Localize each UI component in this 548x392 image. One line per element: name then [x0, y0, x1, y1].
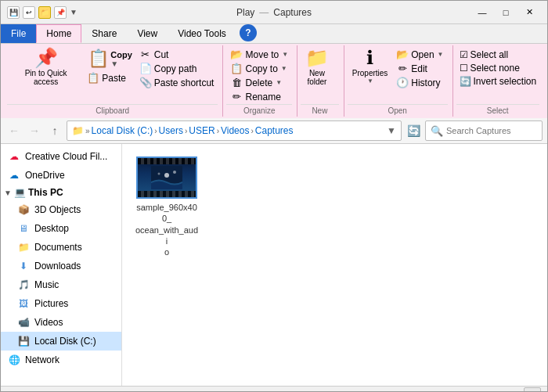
copy-path-label: Copy path: [154, 63, 197, 74]
forward-button[interactable]: →: [26, 122, 43, 139]
paste-shortcut-label: Paste shortcut: [154, 77, 215, 88]
sidebar-item-documents[interactable]: 📁 Documents: [1, 238, 121, 257]
sidebar-item-label: Downloads: [34, 261, 81, 272]
move-to-dropdown[interactable]: ▼: [282, 51, 288, 58]
ocean-preview-svg: [151, 166, 182, 189]
breadcrumb-videos[interactable]: Videos: [221, 125, 249, 136]
sidebar-item-3d-objects[interactable]: 📦 3D Objects: [1, 200, 121, 219]
pin-icon[interactable]: 📌: [54, 6, 67, 19]
folder-icon[interactable]: 📁: [38, 6, 51, 19]
refresh-button[interactable]: 🔄: [405, 122, 422, 139]
sidebar-this-pc[interactable]: ▼ 💻 This PC: [1, 185, 121, 200]
open-dropdown[interactable]: ▼: [438, 51, 444, 58]
rename-button[interactable]: ✏ Rename: [228, 90, 290, 103]
search-input[interactable]: [446, 126, 537, 135]
properties-button[interactable]: ℹ Properties ▼: [348, 47, 392, 86]
paste-icon: 📋: [87, 72, 99, 84]
sidebar-item-onedrive[interactable]: ☁ OneDrive: [1, 166, 121, 185]
help-button[interactable]: ?: [240, 24, 257, 41]
sidebar-item-desktop[interactable]: 🖥 Desktop: [1, 219, 121, 238]
copy-icon: 📋: [88, 49, 109, 69]
cut-button[interactable]: ✂ Cut: [137, 48, 217, 61]
window-title: Captures: [273, 7, 312, 18]
sidebar-item-local-disk[interactable]: 💾 Local Disk (C:): [1, 332, 121, 351]
invert-selection-button[interactable]: 🔄 Invert selection: [458, 75, 539, 88]
sidebar-item-creative-cloud[interactable]: ☁ Creative Cloud Fil...: [1, 147, 121, 166]
pin-to-quick-icon: 📌: [34, 49, 58, 67]
copy-button[interactable]: 📋 Copy ▼: [85, 47, 135, 70]
copy-path-icon: 📄: [139, 63, 152, 74]
close-button[interactable]: ✕: [517, 4, 541, 21]
paste-shortcut-button[interactable]: 📎 Paste shortcut: [137, 76, 217, 89]
3d-objects-icon: 📦: [16, 203, 31, 217]
sidebar-this-pc-label: This PC: [28, 187, 63, 198]
properties-dropdown[interactable]: ▼: [367, 77, 373, 85]
move-to-icon: 📂: [230, 49, 243, 60]
main-content: ☁ Creative Cloud Fil... ☁ OneDrive ▼ 💻 T…: [1, 144, 547, 386]
paste-button[interactable]: 📋 Paste: [85, 71, 135, 85]
up-button[interactable]: ↑: [46, 122, 63, 139]
history-button[interactable]: 🕐 History: [394, 76, 445, 89]
edit-button[interactable]: ✏ Edit: [394, 62, 445, 75]
history-label: History: [411, 77, 440, 88]
invert-selection-label: Invert selection: [474, 76, 537, 87]
window-controls: — □ ✕: [470, 4, 541, 21]
file-item-video[interactable]: sample_960x400_ocean_with_audio: [132, 153, 202, 261]
pictures-icon: 🖼: [16, 297, 31, 311]
list-view-button[interactable]: ≡: [505, 387, 522, 393]
sidebar-item-music[interactable]: 🎵 Music: [1, 275, 121, 294]
address-chevron[interactable]: ▼: [387, 125, 396, 136]
select-none-icon: ☐: [460, 63, 468, 74]
address-box[interactable]: 📁 » Local Disk (C:) › Users › USER › Vid…: [67, 120, 402, 141]
minimize-button[interactable]: —: [470, 4, 494, 21]
sidebar-item-network[interactable]: 🌐 Network: [1, 351, 121, 369]
select-all-button[interactable]: ☑ Select all: [458, 49, 539, 61]
breadcrumb-user[interactable]: USER: [189, 125, 215, 136]
select-none-button[interactable]: ☐ Select none: [458, 62, 539, 74]
tab-home[interactable]: Home: [36, 24, 81, 43]
onedrive-icon: ☁: [7, 168, 21, 182]
tab-share[interactable]: Share: [81, 24, 127, 43]
sidebar-item-label: Local Disk (C:): [34, 336, 96, 347]
open-content: ℹ Properties ▼ 📂 Open ▼ ✏ Edit 🕐 History: [348, 47, 448, 104]
open-button[interactable]: 📂 Open ▼: [394, 48, 445, 61]
select-all-icon: ☑: [460, 49, 468, 60]
copy-to-button[interactable]: 📋 Copy to ▼: [228, 62, 290, 75]
copy-to-label: Copy to: [245, 63, 277, 74]
pin-to-quick-button[interactable]: 📌 Pin to Quick access: [7, 47, 85, 88]
new-folder-button[interactable]: 📁 Newfolder: [301, 47, 333, 88]
move-to-button[interactable]: 📂 Move to ▼: [228, 48, 290, 61]
copy-to-icon: 📋: [230, 63, 243, 74]
detail-view-button[interactable]: ⊞: [524, 387, 541, 393]
desktop-icon: 🖥: [16, 221, 31, 236]
delete-button[interactable]: 🗑 Delete ▼: [228, 76, 290, 89]
search-box[interactable]: 🔍: [425, 120, 543, 141]
address-bar: ← → ↑ 📁 » Local Disk (C:) › Users › USER…: [1, 118, 547, 144]
breadcrumb-users[interactable]: Users: [159, 125, 183, 136]
ribbon-group-open: ℹ Properties ▼ 📂 Open ▼ ✏ Edit 🕐 History: [344, 45, 453, 117]
tab-video-tools[interactable]: Video Tools: [168, 24, 236, 43]
breadcrumb-captures[interactable]: Captures: [255, 125, 294, 136]
back-button[interactable]: ←: [5, 122, 23, 139]
sidebar-item-downloads[interactable]: ⬇ Downloads: [1, 257, 121, 275]
paste-shortcut-icon: 📎: [139, 77, 152, 88]
sidebar-item-videos[interactable]: 📹 Videos: [1, 313, 121, 332]
organize-small-group: 📂 Move to ▼ 📋 Copy to ▼ 🗑 Delete ▼ ✏ Ren…: [226, 47, 292, 104]
maximize-button[interactable]: □: [494, 4, 517, 21]
edit-label: Edit: [411, 63, 427, 74]
delete-dropdown[interactable]: ▼: [276, 79, 282, 86]
copy-path-button[interactable]: 📄 Copy path: [137, 62, 217, 75]
tab-view[interactable]: View: [127, 24, 168, 43]
copy-dropdown[interactable]: ▼: [110, 59, 132, 68]
breadcrumb-local-disk[interactable]: Local Disk (C:): [92, 125, 153, 136]
delete-icon: 🗑: [230, 77, 243, 88]
save-icon[interactable]: 💾: [7, 6, 20, 19]
sidebar-item-pictures[interactable]: 🖼 Pictures: [1, 294, 121, 313]
qat-chevron[interactable]: ▼: [70, 8, 78, 16]
svg-point-3: [158, 173, 160, 175]
film-strip-top: [138, 158, 196, 164]
copy-to-dropdown[interactable]: ▼: [281, 65, 287, 72]
ribbon-group-select: ☑ Select all ☐ Select none 🔄 Invert sele…: [453, 45, 545, 117]
tab-file[interactable]: File: [1, 24, 36, 43]
undo-icon[interactable]: ↩: [23, 6, 35, 19]
